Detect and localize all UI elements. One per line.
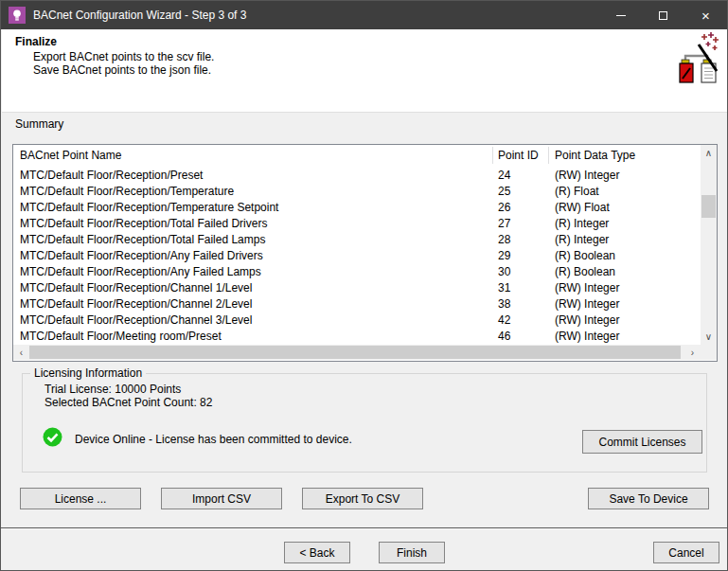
- commit-licenses-button[interactable]: Commit Licenses: [582, 430, 702, 454]
- table-row[interactable]: MTC/Default Floor/Reception/Channel 3/Le…: [13, 312, 701, 329]
- column-header-point-id[interactable]: Point ID: [498, 145, 539, 166]
- table-row[interactable]: MTC/Default Floor/Meeting room/Preset 46…: [13, 329, 701, 345]
- check-circle-icon: [43, 427, 62, 447]
- cell-point-name: MTC/Default Floor/Reception/Temperature: [20, 184, 234, 200]
- import-csv-button[interactable]: Import CSV: [161, 488, 282, 509]
- vscroll-thumb[interactable]: [701, 195, 716, 218]
- finish-button[interactable]: Finish: [379, 542, 445, 563]
- licensing-groupbox: Licensing Information Trial License: 100…: [22, 373, 707, 473]
- list-header: BACnet Point Name Point ID Point Data Ty…: [13, 145, 701, 166]
- device-status-text: Device Online - License has been committ…: [75, 433, 352, 446]
- cell-point-name: MTC/Default Floor/Reception/Any Failed D…: [20, 248, 263, 264]
- table-row[interactable]: MTC/Default Floor/Reception/Channel 2/Le…: [13, 296, 701, 312]
- cell-point-name: MTC/Default Floor/Reception/Preset: [20, 168, 203, 184]
- page-title: Finalize: [15, 35, 57, 48]
- cell-point-id: 30: [498, 264, 510, 280]
- header-description-line1: Export BACnet points to the scv file.: [33, 50, 214, 63]
- cell-point-id: 25: [498, 184, 510, 200]
- wizard-window: BACnet Configuration Wizard - Step 3 of …: [0, 0, 728, 571]
- scroll-up-icon[interactable]: ∧: [701, 145, 717, 161]
- cell-point-type: (RW) Integer: [555, 312, 619, 329]
- cell-point-id: 24: [498, 168, 510, 184]
- cell-point-type: (R) Integer: [555, 232, 609, 248]
- scroll-right-icon[interactable]: ›: [684, 345, 701, 360]
- table-row[interactable]: MTC/Default Floor/Reception/Temperature …: [13, 200, 701, 216]
- column-header-point-data-type[interactable]: Point Data Type: [555, 145, 635, 166]
- cell-point-name: MTC/Default Floor/Reception/Channel 3/Le…: [20, 312, 252, 329]
- cell-point-type: (RW) Float: [555, 200, 610, 216]
- cell-point-name: MTC/Default Floor/Reception/Total Failed…: [20, 216, 267, 232]
- cell-point-type: (R) Boolean: [555, 264, 615, 280]
- cell-point-id: 28: [498, 232, 510, 248]
- cell-point-id: 46: [498, 329, 510, 345]
- scrollbar-corner: [701, 345, 717, 360]
- cell-point-name: MTC/Default Floor/Meeting room/Preset: [20, 329, 222, 345]
- cell-point-type: (RW) Integer: [555, 329, 619, 345]
- minimize-icon: [616, 15, 626, 16]
- table-row[interactable]: MTC/Default Floor/Reception/Any Failed D…: [13, 248, 701, 264]
- cell-point-id: 38: [498, 296, 510, 312]
- back-button[interactable]: < Back: [284, 542, 350, 563]
- license-button[interactable]: License ...: [20, 488, 141, 509]
- footer-divider: [1, 527, 728, 529]
- cell-point-name: MTC/Default Floor/Reception/Channel 1/Le…: [20, 280, 252, 296]
- cell-point-id: 31: [498, 280, 510, 296]
- horizontal-scrollbar[interactable]: ‹ ›: [13, 345, 701, 360]
- cell-point-id: 27: [498, 216, 510, 232]
- column-separator[interactable]: [548, 147, 549, 164]
- header-description-line2: Save BACnet points to the json file.: [33, 63, 211, 77]
- close-button[interactable]: ×: [684, 1, 727, 29]
- minimize-button[interactable]: [599, 1, 642, 29]
- cancel-button[interactable]: Cancel: [653, 542, 719, 563]
- cell-point-name: MTC/Default Floor/Reception/Total Failed…: [20, 232, 265, 248]
- trial-license-text: Trial License: 10000 Points: [44, 383, 181, 396]
- maximize-icon: [659, 11, 667, 20]
- point-count-text: Selected BACnet Point Count: 82: [44, 396, 212, 409]
- table-row[interactable]: MTC/Default Floor/Reception/Channel 1/Le…: [13, 280, 701, 296]
- cell-point-name: MTC/Default Floor/Reception/Temperature …: [20, 200, 278, 216]
- cell-point-type: (RW) Integer: [555, 280, 619, 296]
- table-row[interactable]: MTC/Default Floor/Reception/Preset 24 (R…: [13, 168, 701, 184]
- hscroll-thumb[interactable]: [29, 346, 681, 359]
- cell-point-id: 29: [498, 248, 510, 264]
- wizard-wand-icon: [675, 32, 719, 85]
- export-to-csv-button[interactable]: Export To CSV: [302, 488, 423, 509]
- cell-point-type: (R) Integer: [555, 216, 609, 232]
- cell-point-name: MTC/Default Floor/Reception/Any Failed L…: [20, 264, 261, 280]
- scroll-down-icon[interactable]: ∨: [701, 329, 717, 345]
- titlebar: BACnet Configuration Wizard - Step 3 of …: [1, 1, 727, 29]
- table-row[interactable]: MTC/Default Floor/Reception/Total Failed…: [13, 216, 701, 232]
- column-separator[interactable]: [492, 147, 493, 164]
- window-title: BACnet Configuration Wizard - Step 3 of …: [33, 1, 246, 29]
- licensing-groupbox-label: Licensing Information: [30, 366, 146, 380]
- summary-list: BACnet Point Name Point ID Point Data Ty…: [12, 144, 718, 362]
- caption-buttons: ×: [599, 1, 727, 29]
- cell-point-type: (R) Boolean: [555, 248, 615, 264]
- wizard-header: Finalize Export BACnet points to the scv…: [2, 29, 728, 113]
- maximize-button[interactable]: [642, 1, 684, 29]
- column-header-point-name[interactable]: BACnet Point Name: [20, 145, 121, 166]
- cell-point-type: (RW) Integer: [555, 296, 619, 312]
- summary-label: Summary: [15, 117, 63, 131]
- lightbulb-app-icon: [9, 7, 26, 24]
- cell-point-type: (R) Float: [555, 184, 599, 200]
- table-row[interactable]: MTC/Default Floor/Reception/Temperature …: [13, 184, 701, 200]
- scroll-left-icon[interactable]: ‹: [13, 345, 29, 360]
- table-row[interactable]: MTC/Default Floor/Reception/Total Failed…: [13, 232, 701, 248]
- close-icon: ×: [701, 9, 710, 23]
- cell-point-type: (RW) Integer: [555, 168, 619, 184]
- cell-point-id: 26: [498, 200, 510, 216]
- list-rows: MTC/Default Floor/Reception/Preset 24 (R…: [13, 168, 701, 345]
- cell-point-id: 42: [498, 312, 510, 329]
- cell-point-name: MTC/Default Floor/Reception/Channel 2/Le…: [20, 296, 252, 312]
- save-to-device-button[interactable]: Save To Device: [588, 488, 709, 509]
- table-row[interactable]: MTC/Default Floor/Reception/Any Failed L…: [13, 264, 701, 280]
- vertical-scrollbar[interactable]: ∧ ∨: [701, 145, 717, 345]
